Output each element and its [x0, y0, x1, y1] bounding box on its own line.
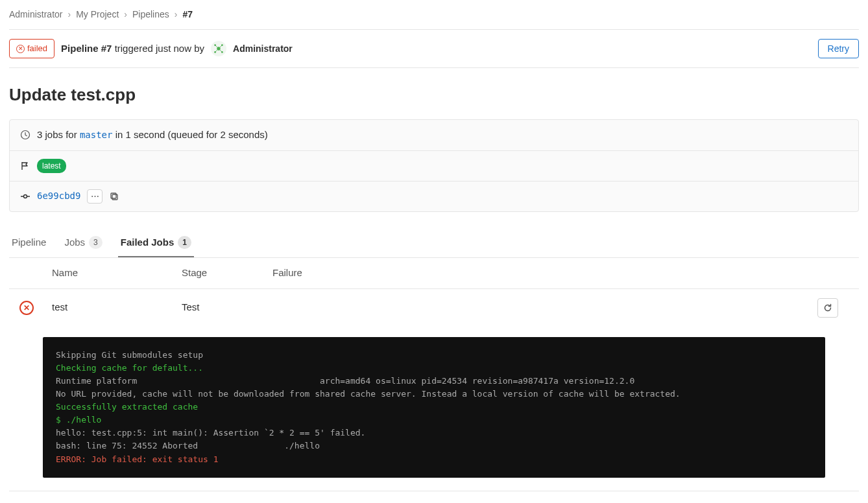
page-title: Update test.cpp — [9, 82, 859, 108]
job-row: ✕ test Test — [9, 289, 859, 327]
job-name[interactable]: test — [52, 300, 182, 315]
chevron-right-icon: › — [175, 8, 178, 21]
tab-failed-jobs[interactable]: Failed Jobs 1 — [118, 228, 194, 258]
tabs: Pipeline Jobs 3 Failed Jobs 1 — [9, 228, 859, 259]
failed-icon: ✕ — [16, 45, 25, 53]
identicon-icon — [213, 43, 224, 54]
tab-pipeline[interactable]: Pipeline — [9, 228, 49, 258]
tab-failed-label: Failed Jobs — [121, 235, 175, 250]
pipeline-id: Pipeline #7 — [61, 43, 112, 54]
flag-icon — [20, 161, 30, 171]
triggered-text: triggered just now by — [115, 43, 204, 54]
breadcrumb: Administrator › My Project › Pipelines ›… — [9, 8, 859, 30]
chevron-right-icon: › — [124, 8, 127, 21]
log-line: Successfully extracted cache — [56, 402, 198, 412]
log-line: hello: test.cpp:5: int main(): Assertion… — [56, 428, 365, 438]
jobs-duration: in 1 second (queued for 2 seconds) — [115, 129, 268, 140]
pipeline-description: Pipeline #7 triggered just now by — [61, 41, 204, 56]
more-actions-button[interactable]: ⋯ — [87, 189, 102, 204]
breadcrumb-current: #7 — [182, 8, 193, 21]
clock-icon — [20, 130, 30, 140]
jobs-count: 3 — [89, 236, 102, 249]
branch-link[interactable]: master — [80, 130, 113, 140]
job-log: Skipping Git submodules setup Checking c… — [43, 337, 825, 478]
jobs-summary: 3 jobs for master in 1 second (queued fo… — [37, 128, 268, 143]
log-line: $ ./hello — [56, 415, 101, 425]
commit-icon — [20, 191, 30, 202]
jobs-prefix: 3 jobs for — [37, 129, 77, 140]
copy-sha-button[interactable] — [109, 191, 119, 202]
retry-job-button[interactable] — [817, 298, 838, 318]
failed-jobs-count: 1 — [178, 236, 191, 249]
retry-icon — [823, 303, 833, 313]
log-line: Checking cache for default... — [56, 363, 203, 373]
retry-button[interactable]: Retry — [818, 39, 859, 58]
log-line: Skipping Git submodules setup — [56, 350, 203, 360]
log-line: Runtime platform arch=amd64 os=linux pid… — [56, 376, 634, 386]
author-link[interactable]: Administrator — [233, 42, 293, 56]
svg-point-10 — [24, 194, 27, 198]
svg-rect-12 — [111, 193, 116, 198]
svg-line-6 — [219, 45, 222, 49]
status-label: failed — [27, 42, 47, 55]
status-badge: ✕ failed — [9, 39, 54, 58]
svg-rect-11 — [112, 194, 117, 200]
chevron-right-icon: › — [67, 8, 71, 21]
svg-line-5 — [215, 45, 219, 49]
log-line: ERROR: Job failed: exit status 1 — [56, 454, 218, 464]
tab-jobs[interactable]: Jobs 3 — [62, 228, 104, 258]
latest-tag: latest — [37, 159, 66, 173]
header-name: Name — [52, 266, 182, 281]
log-line: bash: line 75: 24552 Aborted ./hello — [56, 441, 320, 450]
header-failure: Failure — [272, 266, 817, 281]
commit-sha-link[interactable]: 6e99cbd9 — [37, 189, 80, 203]
jobs-table-header: Name Stage Failure — [9, 258, 859, 289]
tab-jobs-label: Jobs — [64, 235, 85, 250]
breadcrumb-project[interactable]: My Project — [76, 8, 119, 21]
svg-line-7 — [215, 49, 219, 52]
job-stage: Test — [182, 300, 272, 315]
ellipsis-icon: ⋯ — [91, 191, 99, 201]
avatar[interactable] — [211, 41, 226, 56]
tab-pipeline-label: Pipeline — [12, 235, 46, 250]
header-stage: Stage — [182, 266, 272, 281]
pipeline-infobox: 3 jobs for master in 1 second (queued fo… — [9, 119, 859, 212]
failed-icon: ✕ — [19, 301, 34, 315]
log-line: No URL provided, cache will not be downl… — [56, 389, 681, 399]
svg-line-8 — [219, 49, 222, 52]
breadcrumb-pipelines[interactable]: Pipelines — [132, 8, 169, 21]
breadcrumb-admin[interactable]: Administrator — [9, 8, 62, 21]
copy-icon — [109, 191, 119, 202]
